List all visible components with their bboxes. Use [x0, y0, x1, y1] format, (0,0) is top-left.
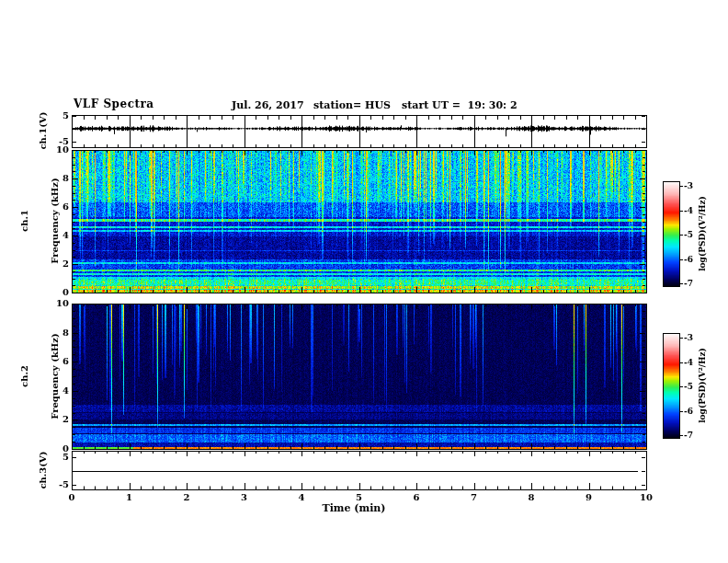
- ch2-freq-tick-label: 2: [63, 415, 69, 424]
- ch2-freq-tick-label: 10: [56, 299, 69, 308]
- spectra-plot-canvas: [0, 0, 728, 563]
- station-label: station= HUS: [313, 100, 391, 110]
- vlf-spectra-screen: VLF Spectra Jul. 26, 2017 station= HUS s…: [0, 0, 728, 563]
- ch3-volt-tick-label: -5: [59, 480, 69, 489]
- ch2-frequency-axis-label-line2: Frequency (kHz): [50, 333, 60, 419]
- time-tick-label: 5: [356, 493, 362, 502]
- start-ut-label: start UT = 19: 30: 2: [402, 100, 518, 110]
- colorbar1-tick-label: -7: [684, 280, 693, 288]
- colorbar2-tick-label: -7: [684, 431, 693, 440]
- ch3-voltage-axis-label: ch.3(V): [38, 451, 48, 488]
- plot-title: VLF Spectra: [74, 98, 154, 109]
- ch1-freq-tick-label: 8: [63, 174, 69, 183]
- ch1-frequency-axis-label-line1: ch.1: [19, 178, 29, 263]
- ch2-frequency-axis-label-line1: ch.2: [19, 333, 29, 419]
- ch1-volt-tick-label: -5: [59, 137, 69, 146]
- time-axis-label: Time (min): [322, 503, 385, 513]
- time-tick-label: 1: [126, 493, 132, 502]
- ch3-volt-tick-label: 5: [63, 453, 69, 462]
- time-tick-label: 7: [471, 493, 477, 502]
- time-tick-label: 8: [529, 493, 535, 502]
- colorbar1-tick-label: -6: [684, 255, 693, 263]
- colorbar1-tick-label: -5: [684, 231, 693, 239]
- colorbar1-tick-label: -3: [684, 182, 693, 190]
- plot-date: Jul. 26, 2017: [232, 100, 304, 110]
- time-tick-label: 0: [69, 493, 75, 502]
- colorbar1-tick-label: -4: [684, 206, 693, 214]
- colorbar1-label: log(PSD)(V²/Hz): [698, 196, 708, 271]
- time-tick-label: 3: [241, 493, 247, 502]
- time-tick-label: 9: [586, 493, 592, 502]
- ch2-freq-tick-label: 8: [63, 328, 69, 338]
- colorbar2-tick-label: -4: [684, 358, 693, 366]
- time-tick-label: 6: [414, 493, 420, 502]
- time-tick-label: 10: [640, 493, 653, 502]
- time-tick-label: 4: [299, 493, 305, 502]
- colorbar2-tick-label: -3: [684, 334, 693, 342]
- colorbar2-tick-label: -6: [684, 407, 693, 415]
- ch1-volt-tick-label: 5: [63, 111, 69, 121]
- ch1-freq-tick-label: 4: [63, 231, 69, 240]
- ch1-freq-tick-label: 6: [63, 202, 69, 212]
- ch1-freq-tick-label: 10: [56, 145, 69, 155]
- ch1-voltage-axis-label: ch.1(V): [38, 111, 48, 149]
- ch2-freq-tick-label: 4: [63, 386, 69, 396]
- ch1-frequency-axis-label: ch.1 Frequency (kHz): [0, 178, 80, 263]
- ch1-frequency-axis-label-line2: Frequency (kHz): [50, 178, 60, 263]
- ch2-freq-tick-label: 6: [63, 357, 69, 366]
- ch1-freq-tick-label: 2: [63, 259, 69, 269]
- ch1-freq-tick-label: 0: [63, 288, 69, 297]
- time-tick-label: 2: [184, 493, 190, 502]
- colorbar2-label: log(PSD)(V²/Hz): [698, 348, 708, 423]
- ch2-frequency-axis-label: ch.2 Frequency (kHz): [0, 333, 80, 419]
- colorbar2-tick-label: -5: [684, 383, 693, 391]
